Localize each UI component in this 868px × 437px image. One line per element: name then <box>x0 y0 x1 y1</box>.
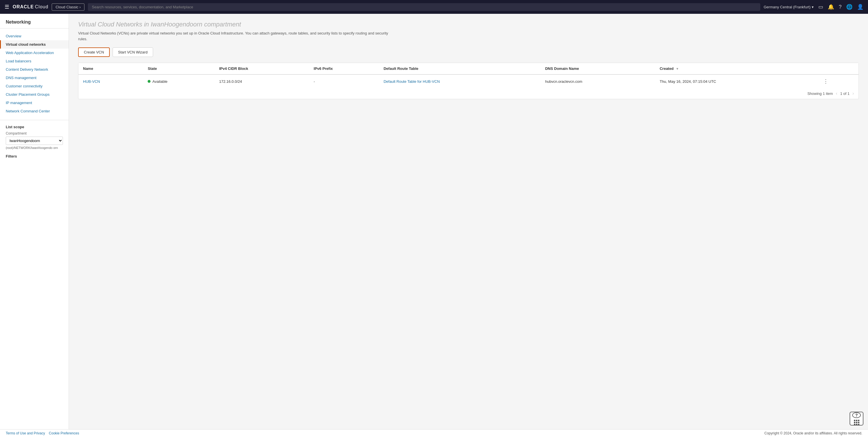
footer: Terms of Use and Privacy Cookie Preferen… <box>0 429 868 437</box>
col-created[interactable]: Created ▼ <box>655 63 817 75</box>
prev-page-button[interactable]: ‹ <box>836 91 837 96</box>
sidebar-item-ip-management[interactable]: IP management <box>0 98 69 107</box>
cell-created: Thu, May 16, 2024, 07:15:04 UTC <box>655 75 817 88</box>
sidebar-item-virtual-cloud-networks[interactable]: Virtual cloud networks <box>0 40 69 49</box>
pagination: Showing 1 item ‹ 1 of 1 › <box>79 88 859 99</box>
cell-default-route: Default Route Table for HUB-VCN <box>379 75 540 88</box>
filters-label: Filters <box>6 154 63 158</box>
cell-ipv6: - <box>309 75 379 88</box>
table-row: HUB-VCN Available 172.16.0.0/24 - Defaul… <box>79 75 859 88</box>
table-body: HUB-VCN Available 172.16.0.0/24 - Defaul… <box>79 75 859 88</box>
cell-name: HUB-VCN <box>79 75 143 88</box>
vcn-table-container: Name State IPv4 CIDR Block IPv6 Prefix D… <box>78 63 859 99</box>
vcn-name-link[interactable]: HUB-VCN <box>83 79 100 84</box>
terms-link[interactable]: Terms of Use and Privacy <box>6 431 45 435</box>
sidebar: Networking Overview Virtual cloud networ… <box>0 14 69 437</box>
compartment-select[interactable]: IwanHoogendoorn <box>6 137 63 145</box>
user-avatar[interactable]: 👤 <box>857 4 863 10</box>
help-icon[interactable]: ? <box>839 4 842 10</box>
footer-left: Terms of Use and Privacy Cookie Preferen… <box>6 431 79 435</box>
cloud-classic-button[interactable]: Cloud Classic › <box>52 3 84 11</box>
sidebar-item-customer-connectivity[interactable]: Customer connectivity <box>0 82 69 90</box>
vcn-table: Name State IPv4 CIDR Block IPv6 Prefix D… <box>79 63 859 88</box>
create-vcn-button[interactable]: Create VCN <box>78 48 110 57</box>
status-dot-green <box>148 80 151 83</box>
cell-state: Available <box>143 75 214 88</box>
search-input[interactable] <box>88 3 760 11</box>
next-page-button[interactable]: › <box>852 91 854 96</box>
globe-icon[interactable]: 🌐 <box>846 4 852 10</box>
col-actions <box>817 63 859 75</box>
cell-dns-domain: hubvcn.oraclevcn.com <box>540 75 655 88</box>
top-navigation: ☰ ORACLE Cloud Cloud Classic › Germany C… <box>0 0 868 14</box>
sidebar-item-dns-management[interactable]: DNS management <box>0 74 69 82</box>
col-name: Name <box>79 63 143 75</box>
region-selector[interactable]: Germany Central (Frankfurt) ▾ <box>764 5 814 9</box>
hamburger-menu[interactable]: ☰ <box>5 4 9 10</box>
button-bar: Create VCN Start VCN Wizard <box>78 48 859 57</box>
console-icon[interactable]: ▭ <box>818 4 823 10</box>
list-scope: List scope Compartment IwanHoogendoorn (… <box>0 120 69 163</box>
col-ipv4: IPv4 CIDR Block <box>215 63 309 75</box>
cell-more: ⋮ <box>817 75 859 88</box>
table-header: Name State IPv4 CIDR Block IPv6 Prefix D… <box>79 63 859 75</box>
sidebar-item-cluster-placement[interactable]: Cluster Placement Groups <box>0 90 69 98</box>
cookie-link[interactable]: Cookie Preferences <box>49 431 79 435</box>
compartment-label: Compartment <box>6 132 63 136</box>
sidebar-item-web-app-accel[interactable]: Web Application Acceleration <box>0 49 69 57</box>
topnav-right: Germany Central (Frankfurt) ▾ ▭ 🔔 ? 🌐 👤 <box>764 4 863 10</box>
start-vcn-wizard-button[interactable]: Start VCN Wizard <box>113 48 153 57</box>
notification-icon[interactable]: 🔔 <box>828 4 834 10</box>
col-dns-domain: DNS Domain Name <box>540 63 655 75</box>
col-state: State <box>143 63 214 75</box>
list-scope-title: List scope <box>6 125 63 129</box>
page-description: Virtual Cloud Networks (VCNs) are privat… <box>78 30 394 42</box>
page-header: Virtual Cloud Networks in IwanHoogendoor… <box>78 21 859 42</box>
main-layout: Networking Overview Virtual cloud networ… <box>0 14 868 437</box>
sidebar-item-cdn[interactable]: Content Delivery Network <box>0 65 69 74</box>
main-content: Virtual Cloud Networks in IwanHoogendoor… <box>69 14 868 437</box>
cell-ipv4: 172.16.0.0/24 <box>215 75 309 88</box>
sidebar-item-overview[interactable]: Overview <box>0 32 69 40</box>
help-circle-icon: ? <box>852 412 861 418</box>
oracle-logo: ORACLE Cloud <box>13 4 48 9</box>
sort-icon: ▼ <box>676 67 679 70</box>
showing-count: Showing 1 item <box>807 91 833 96</box>
default-route-link[interactable]: Default Route Table for HUB-VCN <box>383 79 440 84</box>
footer-right: Copyright © 2024, Oracle and/or its affi… <box>764 431 862 435</box>
page-title: Virtual Cloud Networks in IwanHoogendoor… <box>78 21 859 28</box>
sidebar-title: Networking <box>0 20 69 28</box>
col-ipv6: IPv6 Prefix <box>309 63 379 75</box>
col-default-route: Default Route Table <box>379 63 540 75</box>
page-info: 1 of 1 <box>840 91 849 96</box>
status-text: Available <box>152 79 167 84</box>
help-button[interactable]: ? <box>849 412 863 426</box>
sidebar-item-load-balancers[interactable]: Load balancers <box>0 57 69 65</box>
row-more-menu[interactable]: ⋮ <box>822 79 830 84</box>
help-grid-icon <box>854 420 859 425</box>
compartment-path: (root)/NETWORK/IwanHoogendo orn <box>6 146 63 149</box>
sidebar-item-network-command-center[interactable]: Network Command Center <box>0 107 69 115</box>
